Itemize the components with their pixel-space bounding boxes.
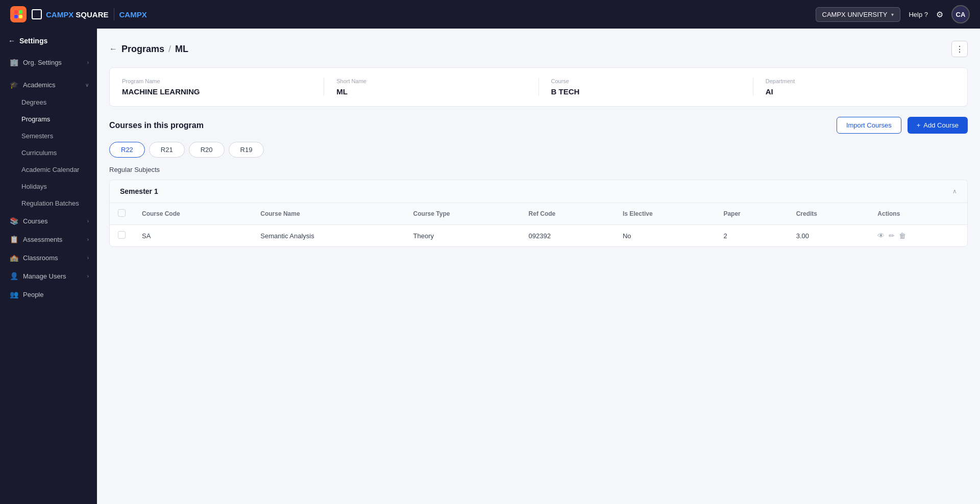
sidebar-item-courses[interactable]: 📚 Courses › xyxy=(0,212,97,230)
more-options-button[interactable]: ⋮ xyxy=(951,41,968,57)
settings-gear-icon[interactable]: ⚙ xyxy=(936,10,943,19)
manage-users-label: Manage Users xyxy=(23,272,66,280)
col-is-elective: Is Elective xyxy=(615,203,716,225)
assessments-label: Assessments xyxy=(23,236,62,243)
courses-section-header: Courses in this program Import Courses +… xyxy=(109,117,968,134)
academics-icon: 🎓 xyxy=(10,81,18,89)
col-actions: Actions xyxy=(869,203,967,225)
sidebar-item-degrees[interactable]: Degrees xyxy=(0,94,97,111)
chevron-down-icon: ∨ xyxy=(85,82,89,88)
chevron-right-icon: › xyxy=(87,273,89,279)
program-name-value: MACHINE LEARNING xyxy=(122,87,311,96)
semester-collapse-icon[interactable]: ∧ xyxy=(952,188,957,195)
view-icon[interactable]: 👁 xyxy=(877,232,885,240)
semester-table-card: Semester 1 ∧ Course Code Course Name Cou… xyxy=(109,180,968,247)
tab-R22[interactable]: R22 xyxy=(109,142,145,158)
table-header-row: Course Code Course Name Course Type Ref … xyxy=(110,203,967,225)
sidebar-item-manage-users[interactable]: 👤 Manage Users › xyxy=(0,267,97,285)
row-course-type: Theory xyxy=(405,225,521,247)
people-icon: 👥 xyxy=(10,290,18,298)
breadcrumb: ← Programs / ML xyxy=(109,44,188,55)
sidebar-item-curriculums[interactable]: Curriculums xyxy=(0,144,97,161)
tab-R20[interactable]: R20 xyxy=(189,142,225,158)
col-course-type: Course Type xyxy=(405,203,521,225)
help-button[interactable]: Help ? xyxy=(909,11,928,18)
avatar[interactable]: CA xyxy=(951,5,970,23)
subjects-section-label: Regular Subjects xyxy=(109,166,968,173)
table-container: Course Code Course Name Course Type Ref … xyxy=(110,203,967,246)
action-icons-group: 👁 ✏ 🗑 xyxy=(877,232,959,240)
chevron-right-icon: › xyxy=(87,237,89,242)
courses-actions: Import Courses + Add Course xyxy=(837,117,968,134)
table-row: SA Semantic Analysis Theory 092392 No 2 … xyxy=(110,225,967,247)
col-course-code: Course Code xyxy=(134,203,252,225)
plus-icon: + xyxy=(917,121,921,129)
short-name-value: ML xyxy=(336,87,526,96)
breadcrumb-current: ML xyxy=(175,44,188,55)
campx-label: CAMPX xyxy=(119,10,147,19)
sidebar-section-academics: 🎓 Academics ∨ Degrees Programs Semesters… xyxy=(0,75,97,212)
short-name-label: Short Name xyxy=(336,78,526,84)
edit-icon[interactable]: ✏ xyxy=(889,232,895,240)
courses-label: Courses xyxy=(23,217,47,225)
sidebar-item-holidays[interactable]: Holidays xyxy=(0,178,97,195)
logo-area: CAMPX SQUARE CAMPX xyxy=(10,6,147,22)
university-name: CAMPX UNIVERSITY xyxy=(822,11,888,18)
academics-submenu: Degrees Programs Semesters Curriculums A… xyxy=(0,94,97,212)
breadcrumb-row: ← Programs / ML ⋮ xyxy=(109,41,968,57)
sidebar-item-regulation-batches[interactable]: Regulation Batches xyxy=(0,195,97,212)
select-all-checkbox[interactable] xyxy=(118,209,126,217)
sidebar-item-classrooms[interactable]: 🏫 Classrooms › xyxy=(0,248,97,267)
sidebar-item-academic-calendar[interactable]: Academic Calendar xyxy=(0,161,97,178)
program-name-label: Program Name xyxy=(122,78,311,84)
back-arrow-icon: ← xyxy=(8,37,15,45)
manage-users-icon: 👤 xyxy=(10,272,18,280)
row-ref-code: 092392 xyxy=(521,225,615,247)
import-courses-button[interactable]: Import Courses xyxy=(837,117,901,134)
sidebar-item-assessments[interactable]: 📋 Assessments › xyxy=(0,230,97,248)
org-settings-icon: 🏢 xyxy=(10,58,18,66)
classrooms-icon: 🏫 xyxy=(10,254,18,262)
sidebar-item-programs[interactable]: Programs xyxy=(0,111,97,128)
add-course-label: Add Course xyxy=(923,121,959,129)
col-ref-code: Ref Code xyxy=(521,203,615,225)
col-course-name: Course Name xyxy=(252,203,405,225)
row-course-name: Semantic Analysis xyxy=(252,225,405,247)
brand-text: CAMPX SQUARE xyxy=(46,10,109,19)
regulation-tabs: R22 R21 R20 R19 xyxy=(109,142,968,158)
header-divider xyxy=(114,8,114,20)
row-actions-cell: 👁 ✏ 🗑 xyxy=(869,225,967,247)
sidebar-item-people[interactable]: 👥 People xyxy=(0,285,97,304)
breadcrumb-separator: / xyxy=(168,44,171,55)
sidebar-section-org: 🏢 Org. Settings › xyxy=(0,53,97,71)
top-header: CAMPX SQUARE CAMPX CAMPX UNIVERSITY ▾ He… xyxy=(0,0,980,29)
sidebar-back-button[interactable]: ← Settings xyxy=(0,29,97,49)
col-credits: Credits xyxy=(788,203,870,225)
org-settings-label: Org. Settings xyxy=(23,59,62,66)
delete-icon[interactable]: 🗑 xyxy=(899,232,906,240)
chevron-down-icon: ▾ xyxy=(891,12,894,17)
course-label: Course xyxy=(551,78,741,84)
sidebar-item-org-settings[interactable]: 🏢 Org. Settings › xyxy=(0,53,97,71)
department-field: Department AI xyxy=(766,78,955,96)
row-paper: 2 xyxy=(715,225,788,247)
people-label: People xyxy=(23,291,43,298)
breadcrumb-parent: Programs xyxy=(121,44,164,55)
academics-label: Academics xyxy=(23,81,56,89)
chevron-right-icon: › xyxy=(87,255,89,261)
logo-box-icon xyxy=(32,9,42,19)
semester-title: Semester 1 xyxy=(120,187,158,195)
row-select-checkbox[interactable] xyxy=(118,231,126,239)
tab-R21[interactable]: R21 xyxy=(149,142,185,158)
sidebar-item-academics[interactable]: 🎓 Academics ∨ xyxy=(0,75,97,94)
semester-header: Semester 1 ∧ xyxy=(110,180,967,203)
sidebar-item-semesters[interactable]: Semesters xyxy=(0,128,97,144)
breadcrumb-back-arrow[interactable]: ← xyxy=(109,44,117,54)
university-selector[interactable]: CAMPX UNIVERSITY ▾ xyxy=(816,7,901,22)
sidebar: ← Settings 🏢 Org. Settings › 🎓 Academics… xyxy=(0,29,97,504)
courses-table: Course Code Course Name Course Type Ref … xyxy=(110,203,967,246)
add-course-button[interactable]: + Add Course xyxy=(908,117,968,134)
row-course-code: SA xyxy=(134,225,252,247)
tab-R19[interactable]: R19 xyxy=(229,142,264,158)
department-label: Department xyxy=(766,78,955,84)
